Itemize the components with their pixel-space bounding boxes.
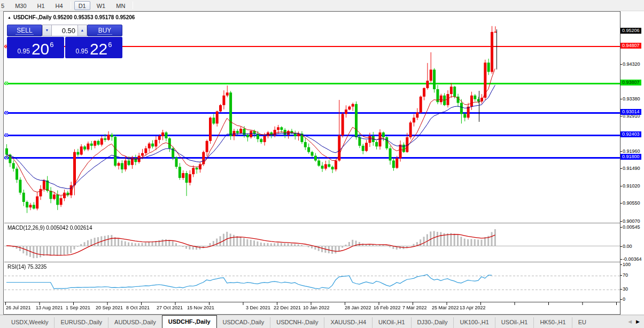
price-level-badge: 0.92403 xyxy=(620,131,641,137)
volume-decrease-button[interactable]: ▼ xyxy=(42,25,52,36)
rsi-indicator-label: RSI(14) 75.3235 xyxy=(7,264,46,270)
macd-axis-tick: 0.00545 xyxy=(623,224,640,230)
chart-window: ▲USDCHF-,Daily 0.95200 0.95353 0.95178 0… xyxy=(3,11,644,315)
macd-axis-tick: -0.00364 xyxy=(623,256,642,262)
chart-ohlc-values: 0.95200 0.95353 0.95178 0.95206 xyxy=(53,14,135,20)
chart-tab-uk100h1[interactable]: UK100-,H1 xyxy=(453,317,494,328)
date-axis-label: 28 Jan 2022 xyxy=(345,305,371,310)
timeframe-toolbar: 5M30H1H4D1W1MN xyxy=(0,0,644,11)
timeframe-button-m30[interactable]: M30 xyxy=(11,1,30,10)
chart-tab-audusddaily[interactable]: AUDUSD-,Daily xyxy=(108,317,162,328)
spin-up-icon: ▲ xyxy=(81,28,84,32)
timeframe-button-h4[interactable]: H4 xyxy=(51,1,67,10)
price-axis-tick: 0.94320 xyxy=(623,61,640,67)
ask-price-pipette: 6 xyxy=(108,37,112,53)
chart-tab-eu[interactable]: EU xyxy=(572,317,592,328)
date-axis-label: 16 Feb 2022 xyxy=(374,305,401,310)
date-axis-label: 3 Dec 2021 xyxy=(246,305,270,310)
bid-price-pipette: 6 xyxy=(50,37,53,53)
timeframe-button-w1[interactable]: W1 xyxy=(92,1,110,10)
chart-tab-eurusddaily[interactable]: EURUSD-,Daily xyxy=(54,317,108,328)
rsi-axis-tick: 0 xyxy=(623,296,625,302)
price-axis-tick: 0.91020 xyxy=(623,183,640,189)
chart-tab-usdchfdaily[interactable]: USDCHF-,Daily xyxy=(162,315,217,328)
date-axis-label: 15 Nov 2021 xyxy=(187,305,214,310)
buy-price-panel[interactable]: 0.95 22 6 xyxy=(65,37,122,58)
date-axis-label: 27 Oct 2021 xyxy=(157,305,183,310)
chart-tab-dj30daily[interactable]: DJ30-,Daily xyxy=(411,317,454,328)
macd-axis-tick: 0.00 xyxy=(623,244,632,249)
ask-price-big: 22 xyxy=(90,42,107,57)
symbol-marker-icon: ▲ xyxy=(7,15,11,19)
date-axis-label: 10 Jan 2022 xyxy=(303,305,330,310)
toolbar-divider xyxy=(71,2,71,9)
price-axis-tick: 0.91960 xyxy=(623,149,640,154)
date-axis-label: 7 Mar 2022 xyxy=(402,305,427,310)
bid-price-big: 20 xyxy=(32,42,49,57)
date-axis-label: 13 Aug 2021 xyxy=(36,305,63,310)
timeframe-button-5[interactable]: 5 xyxy=(0,1,9,10)
buy-button[interactable]: BUY xyxy=(87,25,122,36)
chart-tab-usoilh1[interactable]: USOil-,H1 xyxy=(495,317,534,328)
date-axis-label: 1 Sep 2021 xyxy=(66,305,90,310)
chart-tab-hk50h1[interactable]: HK50-,H1 xyxy=(533,317,571,328)
chart-tab-xauusdh4[interactable]: XAUUSD-,H4 xyxy=(324,317,372,328)
price-axis-tick: 0.91490 xyxy=(623,166,640,171)
toolbar-divider xyxy=(133,2,133,9)
rsi-axis-tick: 100 xyxy=(623,262,631,267)
chart-tab-bar: USDX,WeeklyEURUSD-,DailyAUDUSD-,DailyUSD… xyxy=(0,315,644,328)
date-axis-label: 26 Jul 2021 xyxy=(6,305,31,310)
rsi-axis-tick: 70 xyxy=(623,272,628,278)
chart-symbol-label: USDCHF-,Daily xyxy=(13,14,52,20)
macd-indicator-label: MACD(12,26,9) 0.005042 0.002614 xyxy=(7,225,92,231)
timeframe-button-h1[interactable]: H1 xyxy=(33,1,49,10)
bid-price-prefix: 0.95 xyxy=(18,46,30,57)
chart-tabs: USDX,WeeklyEURUSD-,DailyAUDUSD-,DailyUSD… xyxy=(0,315,624,328)
chart-tab-usdcaddaily[interactable]: USDCAD-,Daily xyxy=(217,317,270,328)
date-axis-label: 22 Dec 2021 xyxy=(274,305,301,310)
price-axis: 0.943200.933800.929100.919600.914900.910… xyxy=(620,11,644,315)
timeframe-button-d1[interactable]: D1 xyxy=(74,1,90,10)
chart-tab-ukoilh1[interactable]: UKOil-,H1 xyxy=(372,317,411,328)
price-level-badge: 0.95206 xyxy=(620,28,641,34)
price-level-badge: 0.93014 xyxy=(620,109,641,115)
sell-price-panel[interactable]: 0.95 20 6 xyxy=(7,37,64,58)
ask-price-prefix: 0.95 xyxy=(76,46,88,57)
tab-scroll-controls: ◀ ▶ xyxy=(624,315,644,328)
chart-tab-usdcnhdaily[interactable]: USDCNH-,Daily xyxy=(270,317,324,328)
date-axis-label: 20 Sep 2021 xyxy=(96,305,123,310)
spin-down-icon: ▼ xyxy=(45,28,49,32)
price-level-badge: 0.91800 xyxy=(620,154,641,160)
terminal-window: 5M30H1H4D1W1MN ▲USDCHF-,Daily 0.95200 0.… xyxy=(0,0,644,328)
date-axis-label: 8 Oct 2021 xyxy=(126,305,150,310)
date-axis-label: 13 Apr 2022 xyxy=(460,305,486,310)
date-axis-label: 25 Mar 2022 xyxy=(432,305,459,310)
tabs-scroll-left-icon[interactable]: ◀ xyxy=(626,319,634,324)
chart-tab-usdxweekly[interactable]: USDX,Weekly xyxy=(5,317,54,328)
volume-increase-button[interactable]: ▲ xyxy=(77,25,87,36)
price-axis-tick: 0.93380 xyxy=(623,96,640,101)
price-level-badge: 0.94807 xyxy=(620,43,641,49)
price-level-badge: 0.93807 xyxy=(620,80,641,85)
chart-title: ▲USDCHF-,Daily 0.95200 0.95353 0.95178 0… xyxy=(7,14,135,20)
one-click-trading-widget: SELL ▼ ▲ BUY 0.95 20 6 0.95 22 6 xyxy=(7,25,122,58)
rsi-axis-tick: 30 xyxy=(623,286,628,292)
timeframe-button-mn[interactable]: MN xyxy=(112,1,129,10)
tabs-scroll-right-icon[interactable]: ▶ xyxy=(634,319,642,324)
price-axis-tick: 0.90550 xyxy=(623,200,640,206)
price-axis-tick: 0.90070 xyxy=(623,218,640,224)
volume-input[interactable] xyxy=(52,25,77,36)
sell-button[interactable]: SELL xyxy=(7,25,42,36)
